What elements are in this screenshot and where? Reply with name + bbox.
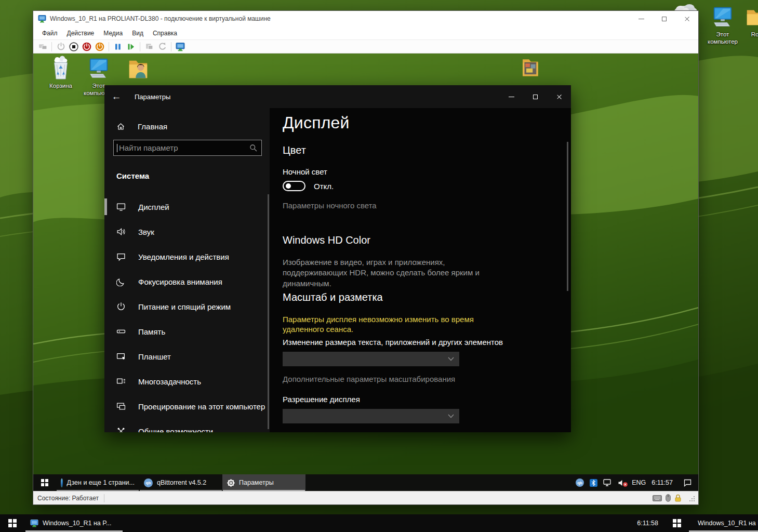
host-taskbar-task-vmconnect-secondary[interactable]: Windows_10_R1 на P. (688, 514, 758, 532)
menu-help[interactable]: Справка (148, 28, 182, 38)
folder-icon (736, 4, 758, 29)
host-start-button-secondary[interactable] (666, 514, 688, 532)
vmconnect-minimize-button[interactable] (630, 11, 653, 26)
vmconnect-toolbar (33, 39, 698, 54)
menu-file[interactable]: Файл (37, 28, 62, 38)
sidebar-nav: Дисплей Звук Уведомления и (104, 194, 270, 432)
close-icon (684, 16, 690, 22)
host-taskbar-task-vmconnect[interactable]: Windows_10_R1 на P... (25, 514, 125, 532)
mouse-icon (666, 494, 671, 502)
sidebar-item-notifications[interactable]: Уведомления и действия (104, 244, 270, 269)
sidebar-item-power-sleep[interactable]: Питание и спящий режим (104, 294, 270, 319)
page-title: Дисплей (283, 113, 350, 132)
sidebar-item-home[interactable]: Главная (104, 117, 270, 136)
night-light-toggle[interactable] (283, 181, 305, 191)
vm-desktop-icon-media-folder[interactable] (510, 55, 550, 81)
vm-desktop-icon-recycle-bin[interactable]: Корзина (41, 56, 81, 89)
sidebar-item-tablet[interactable]: Планшет (104, 344, 270, 369)
sidebar-item-sound[interactable]: Звук (104, 219, 270, 244)
vmconnect-window-title: Windows_10_R1 на PROLIANT-DL380 - подклю… (50, 15, 626, 22)
menu-view[interactable]: Вид (127, 28, 148, 38)
start-vm-button[interactable] (55, 41, 67, 52)
settings-titlebar[interactable]: ← Параметры (104, 85, 571, 108)
pause-icon (114, 43, 122, 51)
host-clock[interactable]: 6:11:58 (630, 514, 666, 532)
maximize-icon (662, 17, 667, 21)
sidebar-item-multitasking[interactable]: Многозадачность (104, 369, 270, 394)
host-start-button[interactable] (0, 514, 25, 532)
sidebar-item-label: Память (138, 327, 165, 336)
search-icon[interactable] (249, 144, 257, 152)
display-icon (116, 202, 126, 211)
sidebar-item-projecting[interactable]: Проецирование на этот компьютер (104, 394, 270, 419)
text-caret (117, 144, 117, 152)
revert-button[interactable] (156, 41, 168, 52)
vm-start-button[interactable] (33, 474, 56, 491)
sidebar-item-storage[interactable]: Память (104, 319, 270, 344)
toolbar-separator (51, 42, 52, 51)
back-button[interactable]: ← (104, 85, 128, 108)
vm-clock[interactable]: 6:11:57 (651, 479, 673, 486)
sidebar-item-focus-assist[interactable]: Фокусировка внимания (104, 269, 270, 294)
sidebar-item-label: Звук (138, 228, 154, 236)
content-scrollbar[interactable] (567, 142, 568, 291)
vm-taskbar-task-qbittorrent[interactable]: qb qBittorrent v4.5.2 (139, 474, 222, 491)
ctrl-alt-del-button[interactable] (37, 41, 48, 52)
shutdown-icon (82, 42, 91, 51)
qbittorrent-tray-icon[interactable]: qb (576, 478, 584, 487)
menu-action[interactable]: Действие (62, 28, 99, 38)
network-icon[interactable] (603, 479, 612, 487)
search-input[interactable] (119, 143, 249, 152)
resolution-label: Разрешение дисплея (283, 395, 360, 404)
turn-off-button[interactable] (68, 41, 79, 52)
settings-maximize-button[interactable] (523, 85, 547, 108)
vmconnect-maximize-button[interactable] (653, 11, 675, 26)
start-vm-icon (57, 42, 65, 51)
checkpoint-button[interactable] (143, 41, 155, 52)
resolution-dropdown[interactable] (283, 409, 459, 423)
menu-media[interactable]: Медиа (99, 28, 127, 38)
action-center-icon[interactable] (683, 479, 692, 487)
projecting-icon (116, 402, 126, 411)
minimize-icon (639, 19, 644, 19)
night-light-state: Откл. (314, 182, 334, 191)
tablet-icon (116, 352, 126, 361)
reset-button[interactable] (125, 41, 137, 52)
checkpoint-icon (145, 42, 154, 51)
pause-button[interactable] (112, 41, 124, 52)
shutdown-button[interactable] (81, 41, 92, 52)
storage-icon (116, 327, 126, 336)
sidebar-scrollbar[interactable] (268, 194, 269, 429)
vm-taskbar-task-settings[interactable]: Параметры (222, 474, 305, 491)
vm-desktop-icon-user-folder[interactable] (118, 56, 158, 82)
sidebar-item-shared-experiences[interactable]: Общие возможности (104, 419, 270, 432)
vmconnect-close-button[interactable] (675, 11, 698, 26)
language-indicator[interactable]: ENG (632, 479, 646, 486)
enhanced-session-button[interactable] (175, 41, 186, 52)
search-box[interactable] (113, 140, 262, 156)
vm-status-text: Состояние: Работает (37, 495, 99, 502)
settings-content: Дисплей Цвет Ночной свет Откл. Параметры… (270, 108, 571, 432)
media-folder-icon (510, 55, 550, 79)
save-vm-button[interactable] (94, 41, 105, 52)
night-light-settings-link[interactable]: Параметры ночного света (283, 201, 377, 210)
vmconnect-titlebar[interactable]: Windows_10_R1 на PROLIANT-DL380 - подклю… (33, 11, 698, 26)
toolbar-separator (109, 42, 109, 51)
bluetooth-icon[interactable] (590, 479, 597, 487)
multitasking-icon (116, 377, 126, 386)
settings-minimize-button[interactable] (499, 85, 523, 108)
vm-taskbar-task-edge[interactable]: Дзен и еще 1 страни... (56, 474, 139, 491)
advanced-scaling-link[interactable]: Дополнительные параметры масштабирования (283, 375, 455, 383)
home-icon (116, 122, 125, 131)
settings-close-button[interactable] (547, 85, 571, 108)
host-desktop-icon-folder[interactable]: Ror (736, 4, 758, 38)
scale-dropdown[interactable] (283, 352, 459, 366)
vmconnect-statusbar: Состояние: Работает (33, 491, 698, 504)
vm-taskbar: Дзен и еще 1 страни... qb qBittorrent v4… (33, 474, 698, 491)
edge-icon (61, 478, 63, 487)
notifications-icon (116, 252, 126, 261)
resize-grip[interactable] (688, 495, 695, 502)
volume-muted-icon[interactable] (618, 479, 626, 487)
night-light-label: Ночной свет (283, 167, 327, 176)
sidebar-item-display[interactable]: Дисплей (104, 194, 270, 219)
